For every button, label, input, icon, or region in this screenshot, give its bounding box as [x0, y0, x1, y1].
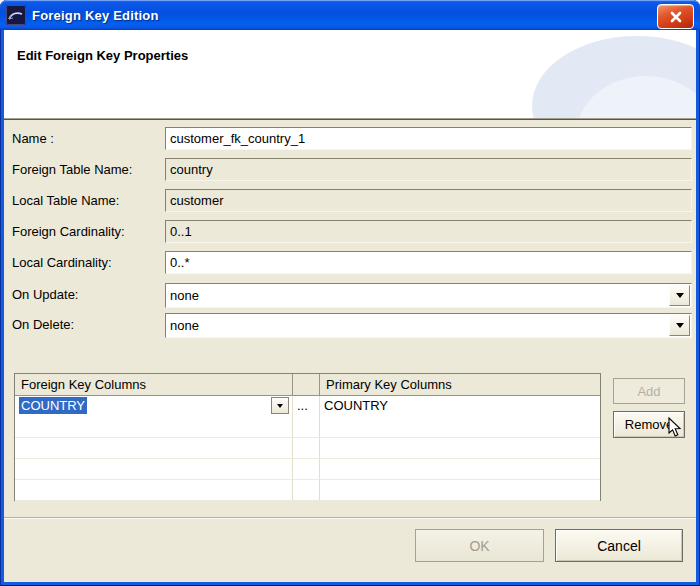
local-table-name-field: customer	[165, 189, 692, 212]
cell-dropdown-button[interactable]	[271, 397, 289, 414]
window-title: Foreign Key Edition	[32, 8, 159, 23]
primary-key-columns-header: Primary Key Columns	[320, 374, 600, 396]
close-button[interactable]	[657, 4, 694, 29]
local-cardinality-label: Local Cardinality:	[12, 251, 112, 274]
app-icon	[6, 5, 26, 25]
on-delete-dropdown-button[interactable]	[669, 315, 690, 336]
foreign-key-columns-header: Foreign Key Columns	[15, 374, 293, 396]
on-update-dropdown[interactable]: none	[165, 283, 692, 308]
foreign-table-name-field: country	[165, 158, 692, 181]
on-delete-value: none	[170, 318, 199, 333]
form-row-on-update: On Update: none	[12, 283, 692, 306]
local-table-name-label: Local Table Name:	[12, 189, 119, 212]
chevron-down-icon	[676, 323, 684, 328]
primary-key-column-cell[interactable]: COUNTRY	[320, 396, 600, 417]
foreign-key-column-cell[interactable]: COUNTRY	[15, 396, 293, 417]
form-row-local-cardinality: Local Cardinality:	[12, 251, 692, 274]
chevron-down-icon	[277, 404, 283, 408]
form-row-name: Name :	[12, 127, 692, 150]
link-cell: ...	[293, 396, 320, 417]
local-cardinality-input[interactable]	[165, 251, 692, 274]
name-input[interactable]	[165, 127, 692, 150]
foreign-cardinality-field: 0..1	[165, 220, 692, 243]
form-row-local-table: Local Table Name: customer	[12, 189, 692, 212]
table-empty-row	[15, 438, 600, 459]
table-row[interactable]: COUNTRY ... COUNTRY	[15, 396, 600, 417]
remove-button[interactable]: Remove	[613, 411, 685, 438]
name-label: Name :	[12, 127, 54, 150]
on-delete-label: On Delete:	[12, 313, 74, 336]
foreign-cardinality-label: Foreign Cardinality:	[12, 220, 125, 243]
on-delete-dropdown[interactable]: none	[165, 313, 692, 338]
on-update-value: none	[170, 288, 199, 303]
cancel-button[interactable]: Cancel	[555, 529, 683, 562]
table-empty-row	[15, 417, 600, 438]
add-button[interactable]: Add	[613, 378, 685, 404]
foreign-table-name-label: Foreign Table Name:	[12, 158, 132, 181]
on-update-label: On Update:	[12, 283, 79, 306]
titlebar[interactable]: Foreign Key Edition	[0, 0, 700, 30]
close-icon	[669, 10, 683, 24]
link-column-header	[293, 374, 320, 396]
dialog-heading: Edit Foreign Key Properties	[17, 48, 188, 63]
form-row-foreign-table: Foreign Table Name: country	[12, 158, 692, 181]
footer-separator	[4, 517, 696, 519]
key-columns-table: Foreign Key Columns Primary Key Columns …	[14, 373, 601, 501]
foreign-key-edition-dialog: Foreign Key Edition Edit Foreign Key Pro…	[0, 0, 700, 586]
chevron-down-icon	[676, 293, 684, 298]
table-empty-row	[15, 459, 600, 480]
selected-column-value[interactable]: COUNTRY	[19, 397, 87, 414]
form-row-on-delete: On Delete: none	[12, 313, 692, 336]
table-empty-row	[15, 480, 600, 501]
table-header-row: Foreign Key Columns Primary Key Columns	[15, 374, 600, 396]
header-banner: Edit Foreign Key Properties	[4, 30, 696, 119]
on-update-dropdown-button[interactable]	[669, 285, 690, 306]
form-row-foreign-cardinality: Foreign Cardinality: 0..1	[12, 220, 692, 243]
ok-button[interactable]: OK	[415, 529, 544, 562]
